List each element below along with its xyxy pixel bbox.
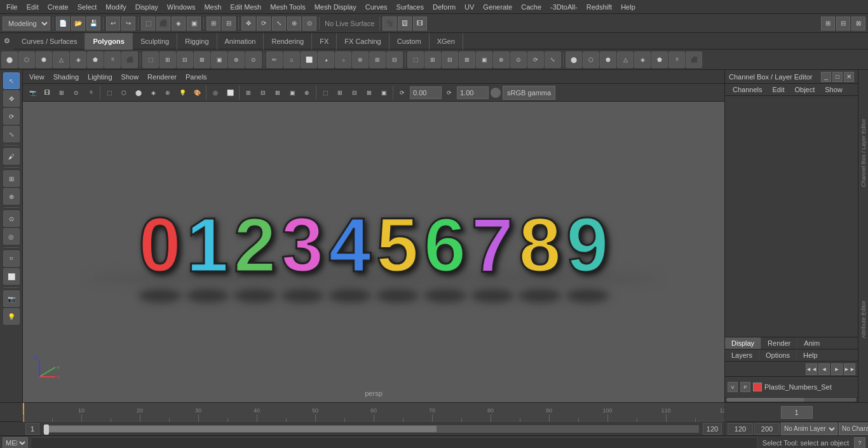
vp-tb-camera[interactable]: 📷 <box>25 86 39 100</box>
shelf-btn-2[interactable]: ⬡ <box>18 51 35 68</box>
cb-tab-edit[interactable]: Edit <box>767 84 789 95</box>
shelf-btn-20[interactable]: ⬦ <box>335 51 351 68</box>
lang-selector[interactable]: MEL <box>3 437 28 449</box>
snap1-btn[interactable]: ⊞ <box>207 17 220 31</box>
vp-field1[interactable] <box>410 86 442 99</box>
cam-btn[interactable]: 🎥 <box>383 17 397 31</box>
vp-tb-ann[interactable]: ⊕ <box>300 86 314 100</box>
layout-btn3[interactable]: ⊠ <box>851 17 865 31</box>
select-tool-btn[interactable]: ↖ <box>3 72 20 89</box>
menu-cache[interactable]: Cache <box>517 2 545 12</box>
menu-select[interactable]: Select <box>74 2 101 12</box>
select-btn[interactable]: ⬚ <box>141 17 155 31</box>
light-btn[interactable]: 💡 <box>3 308 20 325</box>
tab-settings-btn[interactable]: ⚙ <box>0 33 14 50</box>
menu-generate[interactable]: Generate <box>479 2 516 12</box>
tab-curves-surfaces[interactable]: Curves / Surfaces <box>14 33 85 50</box>
new-btn[interactable]: 📄 <box>56 17 70 31</box>
vp-tb-tex[interactable]: ◈ <box>146 86 160 100</box>
tab-sculpting[interactable]: Sculpting <box>133 33 177 50</box>
redo-btn[interactable]: ↪ <box>121 17 135 31</box>
menu-mesh[interactable]: Mesh <box>200 2 225 12</box>
vp-tb-safe[interactable]: ⊠ <box>271 86 285 100</box>
shelf-btn-40[interactable]: ⬛ <box>686 51 702 68</box>
vp-tb-reset[interactable]: ⟳ <box>395 86 409 100</box>
shelf-btn-25[interactable]: ⊞ <box>424 51 441 68</box>
vp-tb-wire[interactable]: ⬡ <box>117 86 131 100</box>
shelf-btn-6[interactable]: ⬟ <box>87 51 104 68</box>
vp-tb-color[interactable] <box>491 88 501 98</box>
move-btn[interactable]: ✥ <box>241 17 255 31</box>
select2-btn[interactable]: ⬛ <box>156 17 170 31</box>
shelf-btn-23[interactable]: ⊟ <box>386 51 403 68</box>
shelf-btn-3[interactable]: ⬢ <box>36 51 52 68</box>
shelf-btn-35[interactable]: ⬢ <box>600 51 616 68</box>
current-frame-input[interactable] <box>781 406 813 419</box>
shelf-btn-34[interactable]: ⬡ <box>583 51 599 68</box>
shelf-btn-5[interactable]: ◈ <box>70 51 86 68</box>
shelf-btn-33[interactable]: ⬤ <box>566 51 582 68</box>
shelf-btn-17[interactable]: ⌂ <box>283 51 300 68</box>
sculpt-btn[interactable]: ⌗ <box>3 250 20 267</box>
menu-mesh-tools[interactable]: Mesh Tools <box>266 2 309 12</box>
vp-tb-iso[interactable]: ⬚ <box>102 86 116 100</box>
vp-tb-prev[interactable]: ⬚ <box>318 86 332 100</box>
move-tool-btn[interactable]: ✥ <box>3 90 20 107</box>
playback-range-bar[interactable] <box>43 425 699 433</box>
layer-icon-btn-2[interactable]: ◄ <box>818 363 830 375</box>
vp-tb-film[interactable]: 🎞 <box>40 86 54 100</box>
shelf-btn-1[interactable]: ⬤ <box>1 51 18 68</box>
shelf-btn-10[interactable]: ⊞ <box>159 51 176 68</box>
layer-row-plastic[interactable]: V P Plastic_Numbers_Set <box>725 379 858 395</box>
viewport[interactable]: 0 1 2 3 4 5 6 7 8 9 Y X Z <box>23 102 724 402</box>
vp-menu-lighting[interactable]: Lighting <box>84 72 116 82</box>
tab-display[interactable]: Display <box>725 337 761 349</box>
shelf-btn-36[interactable]: △ <box>617 51 634 68</box>
shelf-btn-37[interactable]: ◈ <box>634 51 651 68</box>
shelf-btn-7[interactable]: ⌗ <box>104 51 121 68</box>
menu-edit-mesh[interactable]: Edit Mesh <box>226 2 265 12</box>
vp-tb-render[interactable]: 🎨 <box>190 86 204 100</box>
layer-icon-btn-1[interactable]: ◄◄ <box>806 363 817 375</box>
menu-edit[interactable]: Edit <box>23 2 43 12</box>
menu-mesh-display[interactable]: Mesh Display <box>311 2 360 12</box>
menu-uv[interactable]: UV <box>461 2 478 12</box>
menu-curves[interactable]: Curves <box>362 2 391 12</box>
pivot-btn[interactable]: ⊙ <box>3 210 20 227</box>
save-btn[interactable]: 💾 <box>86 17 100 31</box>
tab-anim[interactable]: Anim <box>797 337 826 349</box>
tab-custom[interactable]: Custom <box>390 33 430 50</box>
component-btn[interactable]: ⊞ <box>3 170 20 187</box>
open-btn[interactable]: 📂 <box>71 17 85 31</box>
shelf-btn-11[interactable]: ⊟ <box>177 51 193 68</box>
shelf-btn-26[interactable]: ⊟ <box>442 51 458 68</box>
vp-tb-gate[interactable]: ⊟ <box>256 86 270 100</box>
sb-help-btn[interactable]: ? <box>854 437 865 449</box>
cb-tab-object[interactable]: Object <box>789 84 820 95</box>
tab-polygons[interactable]: Polygons <box>85 33 133 50</box>
paint-btn[interactable]: 🖌 <box>3 148 20 165</box>
camera-btn[interactable]: 📷 <box>3 290 20 307</box>
pb-max-frame[interactable] <box>754 423 780 435</box>
shelf-btn-31[interactable]: ⟳ <box>527 51 544 68</box>
layout-btn1[interactable]: ⊞ <box>821 17 835 31</box>
vp-tb-back[interactable]: ⊟ <box>348 86 362 100</box>
tab-fx[interactable]: FX <box>312 33 337 50</box>
shelf-btn-9[interactable]: ⬚ <box>142 51 159 68</box>
pb-end-frame[interactable] <box>703 423 722 435</box>
snap2-btn[interactable]: ⊟ <box>222 17 236 31</box>
vp-tb-shade[interactable]: ⬜ <box>223 86 237 100</box>
menu-3dtoall[interactable]: -3DtoAll- <box>546 2 581 12</box>
vp-tb-guide[interactable]: ▣ <box>285 86 299 100</box>
shelf-btn-13[interactable]: ▣ <box>211 51 227 68</box>
workspace-dropdown[interactable]: Modeling <box>3 17 50 31</box>
menu-help[interactable]: Help <box>617 2 639 12</box>
cb-maximize-btn[interactable]: □ <box>832 72 843 82</box>
render2-btn[interactable]: 🎞 <box>413 17 427 31</box>
shelf-btn-28[interactable]: ▣ <box>476 51 492 68</box>
shelf-btn-24[interactable]: ⬚ <box>407 51 424 68</box>
vp-tb-xray[interactable]: ◎ <box>208 86 222 100</box>
pb-start-frame[interactable] <box>25 423 39 435</box>
menu-surfaces[interactable]: Surfaces <box>393 2 428 12</box>
vp-tb-hud[interactable]: ⊞ <box>241 86 255 100</box>
